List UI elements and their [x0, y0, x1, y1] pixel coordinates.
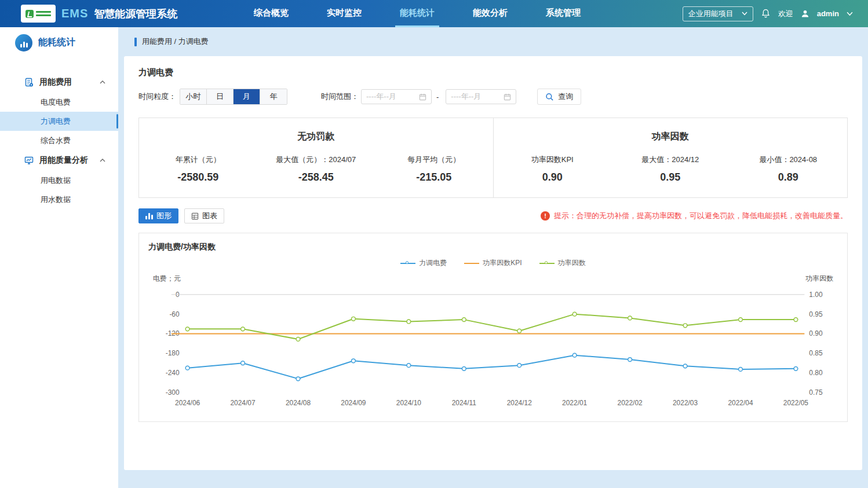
- company-logo: [21, 5, 56, 23]
- breadcrumb-accent-bar: [134, 38, 137, 46]
- chart-panel: 力调电费/功率因数 力调电费 功率因数KPI 功率因数: [138, 233, 848, 422]
- sidebar-item-electricity-fee[interactable]: 电度电费: [0, 93, 118, 112]
- granularity-month-button[interactable]: 月: [234, 89, 260, 104]
- range-separator: -: [436, 93, 439, 101]
- sidebar-item-power-factor-fee[interactable]: 力调电费: [0, 112, 118, 131]
- brand: EMS 智慧能源管理系统: [0, 5, 249, 23]
- menu-group-label: 用能费用: [39, 77, 100, 87]
- app-root: EMS 智慧能源管理系统 综合概览 实时监控 能耗统计 能效分析 系统管理 企业…: [0, 0, 868, 488]
- main-content: 用能费用 / 力调电费 力调电费 时间粒度： 小时 日 月 年 时间范围： --…: [118, 27, 868, 488]
- start-date-placeholder: ----年--月: [366, 91, 396, 102]
- time-range-label: 时间范围：: [321, 91, 359, 102]
- nav-item-realtime-monitor[interactable]: 实时监控: [322, 0, 366, 27]
- svg-text:功率因数: 功率因数: [805, 274, 833, 282]
- sidebar-header: 能耗统计: [0, 27, 118, 58]
- search-icon: [545, 93, 554, 101]
- nav-item-energy-statistics[interactable]: 能耗统计: [395, 0, 439, 27]
- view-toolbar: 图形 图表 ! 提示：合理的无功补偿，提高功率因数，可以避免罚款，降低电能损耗，…: [138, 208, 848, 223]
- calendar-icon: [419, 93, 426, 101]
- breadcrumb-text: 用能费用 / 力调电费: [142, 36, 209, 47]
- svg-text:0.75: 0.75: [809, 388, 823, 397]
- menu-group-quality-analysis[interactable]: 用能质量分析: [0, 150, 118, 171]
- svg-text:0.90: 0.90: [809, 329, 823, 337]
- hint-message: ! 提示：合理的无功补偿，提高功率因数，可以避免罚款，降低电能损耗，改善电能质量…: [541, 211, 848, 221]
- project-select[interactable]: 企业用能项目: [683, 6, 753, 21]
- energy-stats-module-icon: [15, 34, 32, 52]
- page-title: 力调电费: [138, 56, 848, 89]
- svg-text:-300: -300: [166, 388, 180, 397]
- svg-text:-180: -180: [166, 349, 180, 357]
- nav-item-efficiency-analysis[interactable]: 能效分析: [468, 0, 512, 27]
- svg-text:2022/04: 2022/04: [728, 399, 753, 407]
- topbar: EMS 智慧能源管理系统 综合概览 实时监控 能耗统计 能效分析 系统管理 企业…: [0, 0, 868, 27]
- legend-item-kpi[interactable]: 功率因数KPI: [464, 258, 521, 268]
- welcome-label: 欢迎: [778, 9, 793, 19]
- menu-group-energy-cost[interactable]: 用能费用: [0, 72, 118, 93]
- svg-text:0.80: 0.80: [809, 369, 823, 377]
- svg-text:2024/11: 2024/11: [452, 399, 477, 407]
- sidebar-menu: 用能费用 电度电费 力调电费 综合水费 用能质量分析 用电数据 用水数据: [0, 58, 118, 209]
- granularity-day-button[interactable]: 日: [207, 89, 234, 104]
- username[interactable]: admin: [817, 9, 839, 18]
- search-button[interactable]: 查询: [537, 89, 581, 105]
- granularity-hour-button[interactable]: 小时: [180, 89, 207, 104]
- chart-legend: 力调电费 功率因数KPI 功率因数: [139, 258, 847, 268]
- sidebar: 能耗统计 用能费用 电度电费 力调电费 综合水费 用能质量分析: [0, 27, 118, 488]
- svg-text:2024/12: 2024/12: [507, 399, 533, 407]
- end-date-placeholder: ----年--月: [451, 91, 481, 102]
- chevron-down-icon: [742, 12, 747, 16]
- granularity-year-button[interactable]: 年: [260, 89, 287, 104]
- svg-text:0.95: 0.95: [809, 310, 823, 318]
- svg-text:2022/01: 2022/01: [562, 399, 588, 407]
- start-date-input[interactable]: ----年--月: [361, 89, 432, 104]
- sidebar-item-water-data[interactable]: 用水数据: [0, 190, 118, 209]
- user-icon: [801, 9, 809, 18]
- table-view-button[interactable]: 图表: [184, 208, 224, 223]
- section-title: 功率因数: [494, 131, 848, 143]
- search-button-label: 查询: [558, 91, 573, 102]
- sidebar-item-water-fee[interactable]: 综合水费: [0, 131, 118, 150]
- power-factor-section: 功率因数 功率因数KPI 0.90 最大值：2024/12 0.95: [493, 118, 848, 197]
- svg-text:0.85: 0.85: [809, 349, 823, 357]
- chart-title: 力调电费/功率因数: [139, 242, 847, 252]
- app-title: 智慧能源管理系统: [94, 7, 177, 21]
- graph-view-button[interactable]: 图形: [138, 208, 178, 223]
- stat-power-factor-max: 最大值：2024/12 0.95: [611, 155, 730, 184]
- content-card: 力调电费 时间粒度： 小时 日 月 年 时间范围： ----年--月: [124, 56, 862, 470]
- svg-text:2024/06: 2024/06: [175, 399, 200, 407]
- topbar-right: 企业用能项目 欢迎 admin: [683, 6, 868, 21]
- warning-icon: !: [541, 211, 550, 221]
- svg-text:2022/05: 2022/05: [783, 399, 809, 407]
- quality-analysis-icon: [24, 156, 34, 165]
- stat-power-factor-kpi: 功率因数KPI 0.90: [494, 155, 612, 184]
- reactive-penalty-section: 无功罚款 年累计（元） -2580.59 最大值（元）：2024/07 -258…: [139, 118, 493, 197]
- svg-text:2022/03: 2022/03: [673, 399, 698, 407]
- svg-text:-240: -240: [166, 369, 180, 377]
- hint-text: 提示：合理的无功补偿，提高功率因数，可以避免罚款，降低电能损耗，改善电能质量。: [554, 211, 848, 221]
- table-icon: [191, 212, 199, 220]
- svg-text:2024/08: 2024/08: [286, 399, 311, 407]
- line-chart[interactable]: 电费；元功率因数0-60-120-180-240-3001.000.950.90…: [139, 271, 847, 417]
- bar-chart-icon: [145, 213, 153, 219]
- chevron-up-icon: [100, 80, 105, 84]
- filter-bar: 时间粒度： 小时 日 月 年 时间范围： ----年--月 - ----年--月: [138, 89, 848, 105]
- user-menu-chevron-icon[interactable]: [847, 12, 853, 16]
- legend-swatch: [400, 261, 415, 266]
- nav-item-system-management[interactable]: 系统管理: [541, 0, 585, 27]
- notification-bell-icon[interactable]: [761, 9, 771, 19]
- legend-item-fee[interactable]: 力调电费: [400, 258, 447, 268]
- stat-max-penalty: 最大值（元）：2024/07 -258.45: [257, 155, 375, 184]
- legend-swatch: [464, 261, 479, 266]
- legend-item-power-factor[interactable]: 功率因数: [539, 258, 586, 268]
- brand-ems: EMS: [61, 7, 88, 20]
- nav-item-overview[interactable]: 综合概览: [249, 0, 293, 27]
- stat-monthly-average: 每月平均（元） -215.05: [375, 155, 493, 184]
- sidebar-item-electricity-data[interactable]: 用电数据: [0, 171, 118, 190]
- svg-text:2024/10: 2024/10: [396, 399, 422, 407]
- energy-cost-icon: [24, 78, 34, 87]
- legend-swatch: [539, 261, 555, 266]
- stat-annual-total: 年累计（元） -2580.59: [139, 155, 257, 184]
- svg-text:-60: -60: [169, 310, 180, 318]
- menu-group-label: 用能质量分析: [39, 155, 100, 166]
- end-date-input[interactable]: ----年--月: [446, 89, 516, 104]
